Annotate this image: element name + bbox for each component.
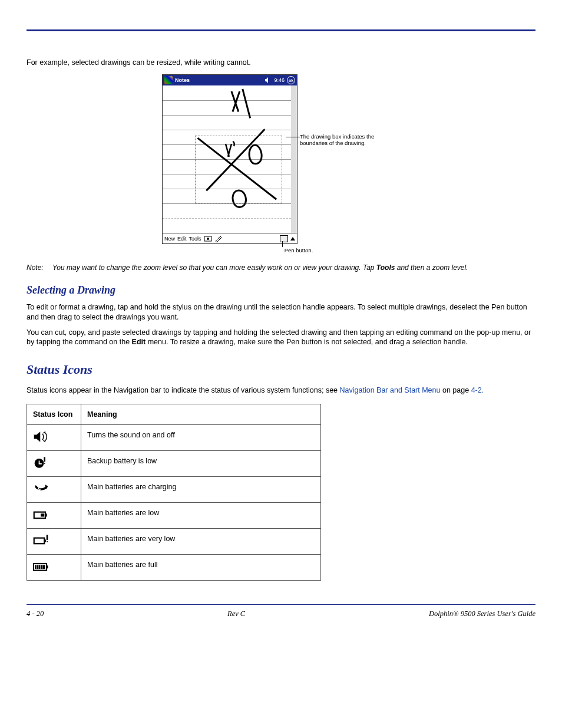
col-status-icon: Status Icon: [27, 404, 81, 424]
windows-logo-icon: [164, 76, 173, 84]
note-text-b: and then a zoom level.: [395, 263, 468, 272]
speaker-status-icon: [265, 77, 272, 84]
selecting-p1: To edit or format a drawing, tap and hol…: [27, 302, 535, 322]
full-icon: [33, 559, 49, 574]
svg-rect-7: [41, 513, 44, 516]
meaning-cell: Main batteries are very low: [81, 528, 321, 554]
svg-rect-4: [44, 463, 45, 464]
selecting-heading: Selecting a Drawing: [27, 284, 535, 297]
clock: 9:46: [274, 77, 285, 83]
bottom-toolbar: New Edit Tools: [163, 233, 297, 243]
status-icons-table: Status Icon Meaning Turns the sound on a…: [27, 404, 321, 581]
svg-rect-6: [45, 513, 47, 516]
app-title: Notes: [175, 77, 265, 83]
svg-rect-8: [34, 538, 45, 543]
pen-icon: [214, 235, 223, 242]
status-intro: Status icons appear in the Navigation ba…: [27, 386, 535, 395]
page-ref[interactable]: 4-2.: [471, 386, 484, 394]
table-row: Main batteries are very low: [27, 528, 321, 554]
page-number: 4 - 20: [27, 610, 44, 618]
menu-new: New: [164, 236, 175, 242]
table-row: Backup battery is low: [27, 450, 321, 476]
table-row: Main batteries are full: [27, 554, 321, 580]
meaning-cell: Main batteries are low: [81, 502, 321, 528]
notes-app-screenshot: Notes 9:46 ok: [162, 74, 297, 244]
note: Note: You may want to change the zoom le…: [27, 263, 535, 272]
svg-rect-9: [44, 539, 46, 542]
page-footer: 4 - 20 Rev C Dolphin® 9500 Series User's…: [27, 610, 535, 618]
guide-title: Dolphin® 9500 Series User's Guide: [429, 610, 535, 618]
drawing-canvas: [163, 85, 297, 233]
screenshot-figure: Notes 9:46 ok: [27, 74, 535, 255]
nav-bar-link[interactable]: Navigation Bar and Start Menu: [340, 386, 441, 394]
header-rule: [27, 29, 535, 31]
microphone-icon: [204, 235, 212, 242]
meaning-cell: Main batteries are full: [81, 554, 321, 580]
ok-button: ok: [287, 76, 295, 84]
intro-paragraph: For example, selected drawings can be re…: [27, 58, 535, 67]
very-low-icon: [33, 533, 49, 548]
svg-rect-3: [44, 457, 45, 462]
callout-label: The drawing box indicates the boundaries…: [300, 133, 400, 146]
menu-edit: Edit: [177, 236, 187, 242]
pen-button-label: Pen button.: [285, 247, 313, 253]
menu-tools: Tools: [189, 236, 201, 242]
col-meaning: Meaning: [81, 404, 321, 424]
table-header-row: Status Icon Meaning: [27, 404, 321, 424]
table-row: Turns the sound on and off: [27, 424, 321, 450]
table-row: Main batteries are charging: [27, 476, 321, 502]
status-icons-heading: Status Icons: [27, 362, 535, 377]
selecting-p2: You can cut, copy, and paste selected dr…: [27, 328, 535, 347]
backup-low-icon: [33, 456, 49, 470]
page: For example, selected drawings can be re…: [0, 0, 562, 630]
svg-rect-11: [47, 541, 48, 542]
up-arrow-icon: [290, 237, 295, 241]
meaning-cell: Main batteries are charging: [81, 476, 321, 502]
speaker-icon: [33, 430, 49, 444]
svg-point-1: [207, 238, 209, 240]
revision: Rev C: [227, 610, 245, 618]
svg-rect-10: [47, 535, 48, 540]
charging-icon: [33, 482, 49, 496]
selection-box: [195, 136, 282, 203]
note-tools: Tools: [376, 263, 395, 272]
keyboard-icon: [280, 235, 288, 242]
footer-rule: [27, 604, 535, 605]
note-label: Note:: [27, 263, 44, 272]
meaning-cell: Backup battery is low: [81, 450, 321, 476]
titlebar: Notes 9:46 ok: [163, 75, 297, 85]
svg-rect-13: [47, 565, 48, 568]
table-row: Main batteries are low: [27, 502, 321, 528]
low-icon: [33, 508, 49, 522]
meaning-cell: Turns the sound on and off: [81, 424, 321, 450]
note-text-a: You may want to change the zoom level so…: [52, 263, 376, 272]
